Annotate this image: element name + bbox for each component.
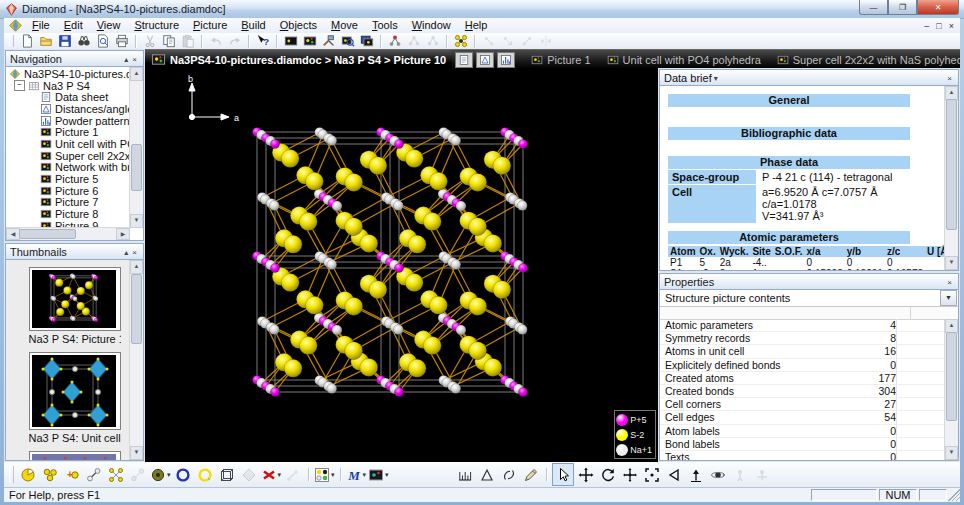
quick-tab-data-sheet-button[interactable] [455, 52, 473, 68]
property-row[interactable]: Symmetry records8 [660, 332, 944, 345]
save-button[interactable] [56, 34, 73, 49]
measure-angle-button[interactable] [477, 464, 497, 485]
menu-structure[interactable]: Structure [127, 18, 186, 33]
scroll-down-icon[interactable]: ▼ [945, 446, 958, 460]
close-icon[interactable]: × [130, 55, 139, 64]
resize-grip[interactable] [948, 489, 960, 501]
tree-item[interactable]: Super cell 2x2x2 with NaS polyhedron [6, 150, 129, 162]
molecule-move-button[interactable] [405, 34, 422, 49]
table-row[interactable]: S1-28e10.158080.182910.16573 [668, 268, 944, 270]
molecule-red-button[interactable] [386, 34, 403, 49]
pointer-button[interactable] [552, 463, 574, 486]
new-button[interactable] [18, 34, 35, 49]
property-row[interactable]: Bond labels0 [660, 438, 944, 451]
chevron-down-icon[interactable]: ▾ [363, 471, 367, 479]
sym-rotate-button[interactable] [480, 34, 497, 49]
properties-vscrollbar[interactable]: ▲ ▼ [944, 319, 958, 460]
picture-dark-button[interactable] [282, 34, 299, 49]
find-button[interactable] [75, 34, 92, 49]
toolbar-grip[interactable] [9, 466, 14, 484]
thumbs-vscrollbar[interactable]: ▲ ▼ [129, 260, 143, 460]
property-row[interactable]: Texts0 [660, 451, 944, 460]
menu-window[interactable]: Window [405, 18, 458, 33]
active-tab[interactable]: Na3PS4-10-pictures.diamdoc > Na3 P S4 > … [145, 50, 452, 69]
properties-selector[interactable]: Structure picture contents ▼ [660, 290, 958, 307]
scroll-left-icon[interactable]: ◀ [6, 228, 20, 240]
tree-item[interactable]: Picture 8 [6, 208, 129, 220]
chevron-down-icon[interactable]: ▾ [278, 471, 282, 479]
molecule-copy-button[interactable] [424, 34, 441, 49]
scroll-up-icon[interactable]: ▲ [130, 260, 143, 274]
cut-button[interactable] [141, 34, 158, 49]
undo-button[interactable] [207, 34, 224, 49]
scroll-down-icon[interactable]: ▼ [945, 256, 958, 270]
chevron-down-icon[interactable]: ▾ [712, 74, 720, 83]
scroll-right-icon[interactable]: ▶ [116, 228, 130, 240]
maximize-button[interactable]: ❐ [888, 0, 917, 15]
context-help-button[interactable]: ? [254, 34, 271, 49]
tree-item[interactable]: Picture 1 [6, 126, 129, 138]
structure-canvas[interactable]: ba P+5S-2Na+1 [145, 68, 658, 462]
scroll-down-icon[interactable]: ▼ [130, 446, 143, 460]
add-atom-button[interactable]: + [62, 464, 82, 485]
chevron-down-icon[interactable]: ▾ [167, 471, 171, 479]
thumbnail-item[interactable]: Na3 P S4: Unit cell with P... [29, 352, 121, 444]
scroll-up-icon[interactable]: ▲ [945, 86, 958, 100]
pack-atoms-button[interactable] [452, 34, 469, 49]
thumbnail-item[interactable]: Na3 P S4: Picture 1 [29, 267, 121, 345]
scroll-thumb[interactable] [131, 274, 142, 344]
table-row[interactable]: P152a-4..000 [668, 257, 944, 268]
thumbnail-item[interactable] [29, 451, 121, 461]
print-preview-button[interactable] [94, 34, 111, 49]
view-top-button[interactable] [686, 464, 706, 485]
picture-zoom-button[interactable] [339, 34, 356, 49]
nav-hscrollbar[interactable]: ◀ ▶ [6, 227, 130, 240]
menu-file[interactable]: File [25, 18, 57, 33]
tab[interactable]: Unit cell with PO4 polyhedra [599, 54, 769, 66]
property-row[interactable]: Cell edges54 [660, 411, 944, 424]
paste-button[interactable] [179, 34, 196, 49]
chevron-down-icon[interactable]: ▼ [940, 290, 957, 306]
property-row[interactable]: Atomic parameters4 [660, 319, 944, 332]
redo-button[interactable] [226, 34, 243, 49]
pin-icon[interactable]: ▴ [122, 248, 130, 257]
polyhedra-button[interactable] [239, 464, 259, 485]
mdi-restore-button[interactable]: □ [936, 21, 941, 31]
tree-item[interactable]: Picture 9 [6, 220, 129, 227]
quick-tab-powder-button[interactable] [497, 52, 515, 68]
tree-item[interactable]: Unit cell with PO4 polyhedra [6, 138, 129, 150]
print-button[interactable] [113, 34, 130, 49]
databrief-vscrollbar[interactable]: ▲ ▼ [944, 86, 958, 270]
sym-invert-button[interactable] [518, 34, 535, 49]
sketch-button[interactable] [521, 464, 541, 485]
connectivity-button[interactable] [128, 464, 148, 485]
picture-new-button[interactable] [301, 34, 318, 49]
rotate-view-button[interactable] [598, 464, 618, 485]
pin-icon[interactable]: ▴ [122, 55, 130, 64]
measure-torsion-button[interactable] [499, 464, 519, 485]
minimize-button[interactable]: — [859, 0, 888, 15]
nav-vscrollbar[interactable]: ▲ ▼ [129, 67, 143, 228]
molecule-m-button[interactable]: M▾ [346, 464, 367, 485]
toolbar-grip[interactable] [9, 35, 14, 46]
menu-objects[interactable]: Objects [273, 18, 324, 33]
scroll-up-icon[interactable]: ▲ [945, 319, 958, 333]
property-row[interactable]: Atom labels0 [660, 425, 944, 438]
tab[interactable]: Picture 1 [523, 54, 598, 66]
walk-button[interactable] [730, 464, 750, 485]
unit-cell-button[interactable] [217, 464, 237, 485]
view-left-button[interactable] [664, 464, 684, 485]
menu-build[interactable]: Build [234, 18, 272, 33]
connect-atoms-button[interactable] [84, 464, 104, 485]
menu-view[interactable]: View [90, 18, 128, 33]
zoom-frame-button[interactable] [642, 464, 662, 485]
property-row[interactable]: Created atoms177 [660, 372, 944, 385]
picture-layers-button[interactable] [358, 34, 375, 49]
scroll-down-icon[interactable]: ▼ [130, 214, 143, 228]
pan-view-button[interactable] [576, 464, 596, 485]
atom-design-button[interactable]: ▾ [150, 464, 171, 485]
scroll-thumb[interactable] [946, 332, 957, 421]
tree-item[interactable]: Na3PS4-10-pictures.diamdoc [6, 68, 129, 80]
property-row[interactable]: Explicitely defined bonds0 [660, 359, 944, 372]
quick-tab-distances-button[interactable] [476, 52, 494, 68]
